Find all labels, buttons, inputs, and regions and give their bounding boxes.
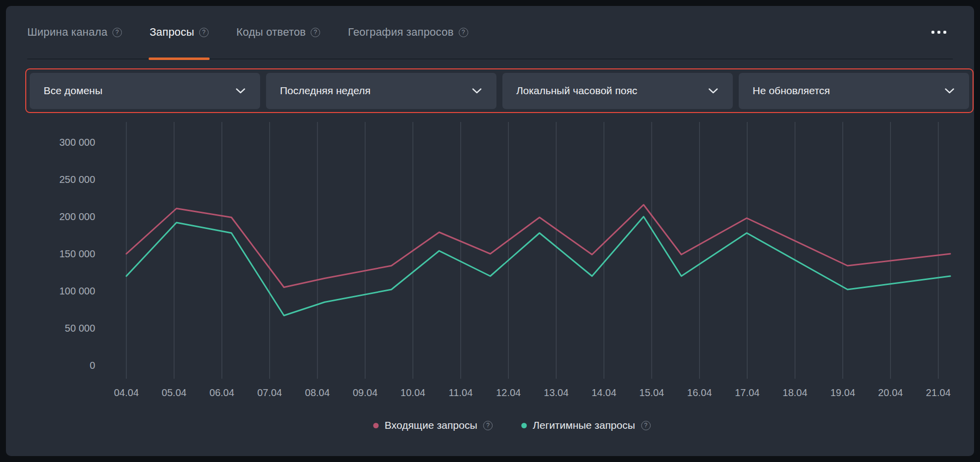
requests-line-chart: 04.0405.0406.0407.0408.0409.0410.0411.04… [0, 0, 980, 462]
x-axis-tick-label: 11.04 [449, 387, 473, 398]
x-axis-tick-label: 08.04 [305, 387, 330, 398]
y-axis-tick-label: 200 000 [59, 211, 95, 222]
y-axis-tick-label: 250 000 [59, 174, 95, 185]
x-axis-tick-label: 18.04 [783, 387, 808, 398]
x-axis-tick-label: 12.04 [496, 387, 521, 398]
x-axis-tick-label: 10.04 [400, 387, 425, 398]
x-axis-tick-label: 06.04 [210, 387, 234, 398]
x-axis-tick-label: 19.04 [830, 387, 855, 398]
x-axis-tick-label: 05.04 [162, 387, 186, 398]
x-axis-tick-label: 04.04 [114, 387, 139, 398]
x-axis-tick-label: 16.04 [687, 387, 712, 398]
y-axis-tick-label: 0 [90, 360, 95, 371]
x-axis-tick-label: 14.04 [592, 387, 616, 398]
x-axis-tick-label: 07.04 [257, 387, 282, 398]
series-line-1 [126, 217, 950, 316]
y-axis-tick-label: 150 000 [59, 248, 95, 259]
x-axis-tick-label: 15.04 [639, 387, 664, 398]
x-axis-tick-label: 20.04 [878, 387, 903, 398]
y-axis-tick-label: 300 000 [59, 137, 95, 148]
series-line-0 [126, 205, 950, 288]
y-axis-tick-label: 50 000 [65, 323, 95, 334]
y-axis-tick-label: 100 000 [59, 286, 95, 296]
x-axis-tick-label: 13.04 [544, 387, 569, 398]
x-axis-tick-label: 17.04 [735, 387, 760, 398]
x-axis-tick-label: 21.04 [926, 387, 951, 398]
x-axis-tick-label: 09.04 [353, 387, 378, 398]
